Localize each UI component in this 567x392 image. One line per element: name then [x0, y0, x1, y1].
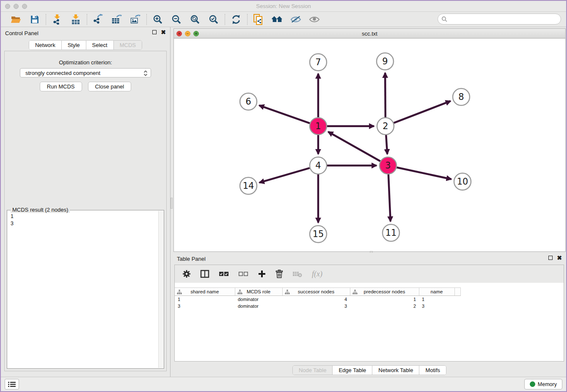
cell-name[interactable]: 1	[419, 296, 454, 303]
open-file-icon[interactable]	[11, 14, 22, 25]
cell-successor_nodes[interactable]: 4	[282, 296, 350, 303]
network-window-titlebar[interactable]: × − + scc.txt	[174, 29, 565, 39]
cell-predecessor_nodes[interactable]: 2	[350, 303, 419, 309]
graph-node-label: 2	[383, 121, 388, 131]
result-line: 3	[11, 220, 158, 227]
import-network-icon[interactable]	[52, 14, 63, 25]
save-icon[interactable]	[29, 14, 40, 25]
close-table-panel-icon[interactable]: ✖	[557, 255, 562, 260]
column-header-shared-name[interactable]: shared name	[175, 288, 235, 296]
float-table-panel-icon[interactable]	[548, 256, 553, 260]
select-all-icon[interactable]	[219, 271, 229, 277]
graph-edge-2-8[interactable]	[394, 101, 451, 123]
graph-node-label: 14	[243, 181, 254, 191]
run-mcds-button[interactable]: Run MCDS	[40, 82, 82, 91]
cell-mcds_role[interactable]: dominator	[235, 296, 282, 303]
tab-select[interactable]: Select	[86, 41, 114, 50]
graph-node-label: 10	[457, 177, 468, 187]
tab-node-table[interactable]: Node Table	[293, 366, 333, 375]
search-input[interactable]	[438, 14, 561, 25]
column-header-successor-nodes[interactable]: successor nodes	[282, 288, 350, 296]
graph-node-label: 6	[245, 97, 251, 107]
export-image-icon[interactable]	[130, 14, 141, 25]
import-table-icon[interactable]	[70, 14, 81, 25]
result-scrollbar[interactable]	[158, 211, 164, 368]
graph-node-label: 7	[315, 57, 321, 67]
zoom-selected-icon[interactable]	[208, 14, 219, 25]
zoom-out-icon[interactable]	[171, 14, 182, 25]
cell-filler	[454, 303, 460, 309]
table-panel-header: Table Panel ✖	[173, 253, 566, 264]
tab-mcds[interactable]: MCDS	[114, 41, 142, 50]
tab-edge-table[interactable]: Edge Table	[333, 366, 372, 375]
graph-node-2[interactable]: 2	[377, 118, 394, 135]
graph-node-11[interactable]: 11	[383, 224, 399, 241]
show-all-icon[interactable]	[309, 14, 320, 25]
tab-motifs[interactable]: Motifs	[419, 366, 446, 375]
graph-node-15[interactable]: 15	[310, 226, 327, 243]
columns-icon[interactable]	[200, 270, 209, 278]
table-row[interactable]: 3dominator323	[175, 303, 460, 309]
tab-style[interactable]: Style	[62, 41, 86, 50]
graph-node-3[interactable]: 3	[380, 157, 396, 174]
cell-name[interactable]: 3	[419, 303, 454, 309]
gear-icon[interactable]	[182, 270, 191, 278]
optimization-criterion-select[interactable]: strongly connected component	[20, 68, 151, 77]
deselect-all-icon[interactable]	[238, 271, 248, 277]
zoom-fit-icon[interactable]	[190, 14, 201, 25]
export-network-icon[interactable]	[93, 14, 104, 25]
close-panel-button[interactable]: Close panel	[88, 82, 132, 91]
float-panel-icon[interactable]	[152, 30, 157, 34]
app-window: Session: New Session	[1, 1, 566, 391]
graph-node-label: 9	[382, 56, 388, 66]
graph-edge-1-6[interactable]	[259, 105, 310, 123]
home-layout-icon[interactable]	[272, 14, 283, 25]
graph-node-8[interactable]: 8	[453, 88, 470, 105]
result-line: 1	[11, 213, 158, 220]
tab-network-table[interactable]: Network Table	[372, 366, 419, 375]
delete-table-icon[interactable]	[292, 270, 303, 278]
cell-predecessor_nodes[interactable]: 1	[350, 296, 419, 303]
graph-edge-4-14[interactable]	[259, 168, 310, 183]
column-header-name[interactable]: name	[419, 288, 454, 296]
graph-node-7[interactable]: 7	[310, 54, 327, 71]
mcds-result-list[interactable]: 13	[7, 211, 158, 368]
graph-node-6[interactable]: 6	[240, 93, 257, 110]
zoom-in-icon[interactable]	[152, 14, 163, 25]
graph-node-14[interactable]: 14	[240, 177, 257, 194]
graph-node-1[interactable]: 1	[310, 118, 327, 135]
cell-successor_nodes[interactable]: 3	[282, 303, 350, 309]
network-canvas[interactable]: 7968124314101511	[174, 39, 567, 252]
graph-edge-2-3[interactable]	[386, 135, 387, 154]
cell-shared_name[interactable]: 3	[175, 303, 235, 309]
memory-button[interactable]: Memory	[524, 379, 562, 389]
node-table-header-row: shared nameMCDS rolesuccessor nodesprede…	[175, 288, 460, 296]
delete-row-icon[interactable]	[275, 270, 283, 278]
memory-label: Memory	[538, 381, 557, 387]
network-canvas-wrap: 7968124314101511	[174, 39, 565, 251]
graph-edge-2-9[interactable]	[385, 73, 385, 117]
close-panel-icon[interactable]: ✖	[161, 30, 166, 35]
cell-mcds_role[interactable]: dominator	[235, 303, 282, 309]
control-panel-title: Control Panel	[5, 30, 39, 36]
column-header-predecessor-nodes[interactable]: predecessor nodes	[350, 288, 419, 296]
network-view-window: × − + scc.txt 7968124314101511	[173, 28, 566, 252]
column-header-mcds-role[interactable]: MCDS role	[235, 288, 282, 296]
graph-node-label: 8	[458, 92, 464, 102]
mcds-documents-icon[interactable]	[253, 14, 264, 25]
graph-node-4[interactable]: 4	[310, 157, 327, 174]
graph-edge-3-10[interactable]	[397, 167, 451, 179]
graph-node-9[interactable]: 9	[377, 53, 394, 70]
task-history-button[interactable]	[5, 379, 19, 389]
hide-selected-icon[interactable]	[290, 14, 301, 25]
function-builder-icon[interactable]: f(x)	[312, 270, 322, 279]
add-row-icon[interactable]	[258, 270, 266, 278]
graph-edge-3-1[interactable]	[328, 132, 380, 161]
graph-node-10[interactable]: 10	[454, 173, 471, 190]
tab-network[interactable]: Network	[29, 41, 62, 50]
table-row[interactable]: 1dominator411	[175, 296, 460, 303]
cell-shared_name[interactable]: 1	[175, 296, 235, 303]
refresh-icon[interactable]	[231, 14, 242, 25]
export-table-icon[interactable]	[111, 14, 122, 25]
graph-edge-3-11[interactable]	[388, 174, 391, 221]
